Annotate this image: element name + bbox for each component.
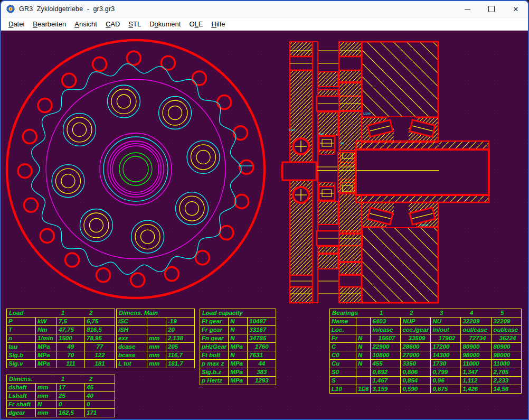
status-bar: GR3 V6.0 438.49 HEXAGON Zykloidgetriebe … [1, 418, 528, 420]
window-title: GR3 Zykloidgetriebe - gr3.gr3 [19, 5, 115, 13]
row-label: Fr gear [200, 326, 229, 334]
table-cell: 0,692 [371, 368, 401, 377]
row-label: T [7, 326, 36, 334]
table-cell: 122 [85, 351, 115, 360]
table-cell: 22900 [371, 343, 401, 351]
menu-item-cad[interactable]: CAD [101, 19, 124, 29]
table-cell: 3,159 [371, 385, 401, 394]
row-unit: N [356, 360, 371, 368]
row-unit: mm [36, 384, 57, 392]
menu-item-bearbeiten[interactable]: Bearbeiten [29, 19, 70, 29]
bearing-label-5: 32209 [420, 223, 428, 227]
row-label: Cu [330, 360, 356, 368]
table-title: Load [9, 310, 23, 316]
front-view-drawing [1, 31, 276, 305]
bolt-section-bottom [293, 187, 309, 203]
row-label: dgear [7, 409, 36, 417]
menu-item-ansicht[interactable]: Ansicht [70, 19, 101, 29]
row-unit: N [229, 318, 248, 326]
row-unit: N [229, 326, 248, 334]
table-cell: 15607 [371, 334, 401, 343]
table-cell: 0,854 [401, 377, 431, 385]
row-unit: 1/min [36, 334, 57, 343]
taper-bearing-top [362, 117, 438, 142]
table-column-header: 2 [89, 376, 92, 382]
bolt-section-top [293, 138, 309, 154]
table-cell: 36224 [492, 334, 522, 343]
ring-pins [18, 51, 253, 287]
table-cell: 10800 [371, 351, 401, 360]
table-cell: 1760 [248, 343, 276, 351]
table-cell: 10487 [248, 318, 276, 326]
table-title: Load capacity [202, 310, 243, 316]
row-label: iSH [117, 326, 147, 334]
row-label: pHzGear [200, 343, 229, 351]
app-icon [6, 5, 15, 13]
row-unit: kW [36, 318, 57, 326]
row-label: bcase [117, 351, 147, 360]
row-label: Ft gear [200, 318, 229, 326]
row-unit: N [356, 334, 371, 343]
table-column-header: 2 [89, 310, 92, 316]
table-cell: 49 [57, 343, 85, 351]
bearing-label-1: 6403 [289, 128, 295, 132]
close-button[interactable]: ✕ [504, 1, 528, 17]
window-controls: ✕ [455, 1, 528, 17]
table-cell: 14,56 [492, 385, 522, 394]
row-unit: MPa [36, 360, 57, 368]
table-cell: 0,806 [401, 368, 431, 377]
case-block-top [362, 42, 438, 117]
close-icon: ✕ [513, 6, 519, 13]
hub-circles [100, 133, 172, 205]
table-title: Dimens. Main [119, 310, 158, 316]
table-cell: 0,96 [431, 377, 461, 385]
table-cell: 1,467 [371, 377, 401, 385]
table-column-header: 2 [410, 310, 413, 316]
row-label: dshaft [7, 384, 36, 392]
menu-item-datei[interactable]: Datei [4, 19, 29, 29]
table-cell: 162,5 [57, 409, 85, 417]
table-cell: 45 [85, 384, 115, 392]
minimize-icon [465, 9, 470, 10]
table-cell: out/case [461, 326, 492, 334]
row-label: S [330, 377, 356, 385]
row-unit: N [229, 351, 248, 360]
row-label: C [330, 343, 356, 351]
row-label: Ft bolt [200, 351, 229, 360]
table-cell: 0 [57, 400, 85, 409]
row-label: n [7, 334, 36, 343]
table-cell: 383 [248, 368, 276, 377]
menu-item-hilfe[interactable]: Hilfe [207, 19, 229, 29]
table-cell: 171 [85, 409, 115, 417]
table-cell: 33167 [248, 326, 276, 334]
table-cell: 44 [248, 360, 276, 368]
menu-item-ole[interactable]: OLE [185, 19, 207, 29]
menubar: DateiBearbeitenAnsichtCADSTLDokumentOLEH… [1, 17, 528, 31]
row-unit: 1E6 [356, 385, 371, 394]
row-unit: MPa [229, 343, 248, 351]
table-cell: 0,590 [401, 385, 431, 394]
table-column-header: 1 [380, 310, 383, 316]
table-cell: 1,347 [461, 368, 492, 377]
table-cell: 2,705 [492, 368, 522, 377]
menu-item-dokument[interactable]: Dokument [145, 19, 185, 29]
table-cell: 40 [85, 392, 115, 400]
table-cell: 181,7 [166, 360, 195, 368]
table-cell: 1,426 [461, 385, 492, 394]
row-label: P [7, 318, 36, 326]
table-cell: NUP [401, 318, 431, 326]
table-cell: 34785 [248, 334, 276, 343]
table-cell: 25 [57, 392, 85, 400]
maximize-icon [488, 6, 495, 12]
app-window: GR3 Zykloidgetriebe - gr3.gr3 ✕ DateiBea… [0, 0, 529, 420]
minimize-button[interactable] [455, 1, 479, 17]
table-cell: in/out [431, 326, 461, 334]
drawing-canvas[interactable]: 6403 NUP NU 32209 32209 Load12PkW7,56,75… [1, 31, 528, 420]
row-label: Lshaft [7, 392, 36, 400]
case-block-bottom [362, 227, 438, 303]
table-cell: 2,138 [166, 334, 195, 343]
row-unit [356, 318, 371, 326]
menu-item-stl[interactable]: STL [124, 19, 145, 29]
maximize-button[interactable] [479, 1, 504, 17]
table-cell: 0 [85, 400, 115, 409]
